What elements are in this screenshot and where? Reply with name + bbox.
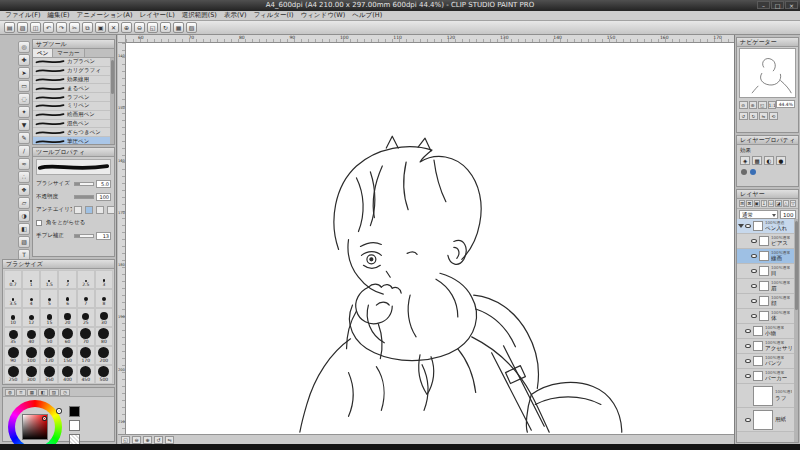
reset-view-icon[interactable]: ⟲ [769,112,778,120]
brush-size-preset[interactable]: 0.7 [4,270,22,289]
subtool-scrollbar[interactable] [110,58,114,144]
color-wheel[interactable] [8,400,62,450]
folder-arrow-icon[interactable] [738,224,744,228]
layer-row[interactable]: 100%通常 目 [737,264,794,279]
tool-pen[interactable]: ✎ [18,132,30,144]
zoom-in-icon[interactable]: ⊕ [121,22,132,33]
scrollbar-thumb[interactable] [111,60,114,94]
new-raster-layer-icon[interactable]: ⊞ [739,200,745,207]
visibility-eye-icon[interactable] [745,224,751,228]
folder-arrow-icon[interactable] [745,238,749,244]
opacity-slider[interactable] [74,195,94,199]
folder-arrow-icon[interactable] [739,343,743,349]
brush-size-preset[interactable]: 10 [4,308,22,327]
visibility-eye-icon[interactable] [745,344,751,348]
new-folder-icon[interactable]: ▣ [754,200,760,207]
sv-marker[interactable] [43,417,46,420]
visibility-eye-icon[interactable] [751,239,757,243]
close-button[interactable]: × [785,1,798,9]
tool-fill[interactable]: ◧ [18,223,30,235]
folder-arrow-icon[interactable] [745,253,749,259]
brush-size-preset[interactable]: 80 [95,327,113,346]
visibility-eye-icon[interactable] [751,254,757,258]
tool-gradient[interactable]: ▨ [18,236,30,248]
layer-row[interactable]: 100%通常 眉 [737,279,794,294]
antialias-none-button[interactable] [74,206,82,214]
save-icon[interactable]: ◫ [30,22,41,33]
tool-airbrush[interactable]: ∴ [18,171,30,183]
new-file-icon[interactable]: ▤ [4,22,15,33]
zoom-in-icon[interactable]: ⊕ [749,101,758,109]
delete-layer-icon[interactable]: ▽ [790,200,796,207]
menu-item[interactable]: 表示(V) [224,11,247,20]
brush-size-preset[interactable]: 2 [58,270,76,289]
paste-icon[interactable]: ▣ [95,22,106,33]
folder-arrow-icon[interactable] [745,283,749,289]
fit-screen-icon[interactable]: ◱ [121,436,130,444]
visibility-eye-icon[interactable] [745,374,751,378]
layer-row[interactable]: 100%通常 小物 [737,324,794,339]
layer-row[interactable]: 用紙 [737,408,794,432]
brush-size-preset[interactable]: 4 [22,289,40,308]
tone-effect-icon[interactable]: ▩ [752,156,762,165]
subtool-item[interactable]: 筆圧ペン [33,137,110,144]
subtool-tab[interactable]: ペン [33,49,53,57]
menu-item[interactable]: ファイル(F) [5,11,40,20]
transfer-layer-icon[interactable]: ↧ [761,200,767,207]
tool-move[interactable]: ✚ [18,54,30,66]
color-set-tab-icon[interactable]: ▦ [27,389,37,396]
subtool-item[interactable]: ざらつきペン [33,128,110,137]
visibility-eye-icon[interactable] [745,329,751,333]
folder-arrow-icon[interactable] [739,393,743,399]
layer-row[interactable]: 100%通常 ピアス [737,234,794,249]
rotate-left-icon[interactable]: ↺ [739,112,748,120]
fit-to-window-icon[interactable]: ◱ [758,101,767,109]
color-slider-tab-icon[interactable]: ≡ [16,389,26,396]
tool-eyedropper[interactable]: ▼ [18,119,30,131]
menu-item[interactable]: 選択範囲(S) [182,11,217,20]
visibility-eye-icon[interactable] [751,314,757,318]
folder-arrow-icon[interactable] [745,313,749,319]
folder-arrow-icon[interactable] [739,358,743,364]
border-effect-icon[interactable]: ◈ [740,156,750,165]
maximize-button[interactable]: □ [771,1,784,9]
folder-arrow-icon[interactable] [739,328,743,334]
brush-size-preset[interactable]: 3 [95,270,113,289]
expression-color-gray[interactable] [741,169,747,175]
antialias-weak-button[interactable] [85,206,93,214]
minimize-button[interactable]: – [757,1,770,9]
sharp-corner-checkbox[interactable] [36,220,42,226]
visibility-eye-icon[interactable] [751,269,757,273]
menu-item[interactable]: フィルター(I) [253,11,293,20]
intermediate-color-tab-icon[interactable]: ◧ [38,389,48,396]
brush-size-preset[interactable]: 90 [4,346,22,365]
open-file-icon[interactable]: ▨ [17,22,28,33]
brush-size-preset[interactable]: 12 [22,308,40,327]
zoom-out-icon[interactable]: ⊖ [134,22,145,33]
folder-arrow-icon[interactable] [739,417,743,423]
layers-scrollbar[interactable] [794,219,798,442]
tool-pencil[interactable]: ∕ [18,145,30,157]
antialias-medium-button[interactable] [96,206,104,214]
brush-size-preset[interactable]: 500 [95,365,113,384]
undo-icon[interactable]: ↶ [43,22,54,33]
layer-opacity-value[interactable]: 100 [780,210,796,219]
flip-view-icon[interactable]: ⇋ [165,436,174,444]
redo-icon[interactable]: ↷ [56,22,67,33]
color-wheel-tab-icon[interactable]: ◍ [5,389,15,396]
canvas[interactable] [126,43,734,434]
visibility-eye-icon[interactable] [745,418,751,422]
layer-row[interactable]: 100%通常 体 [737,309,794,324]
hue-marker[interactable] [57,409,61,413]
color-history-tab-icon[interactable]: ◷ [60,389,70,396]
combine-layer-icon[interactable]: ⊔ [768,200,774,207]
brush-size-preset[interactable]: 6 [58,289,76,308]
brush-size-preset[interactable]: 50 [40,327,58,346]
stabilization-slider[interactable] [74,234,94,238]
brush-size-preset[interactable]: 1.5 [40,270,58,289]
brush-size-preset[interactable]: 15 [40,308,58,327]
brush-size-preset[interactable]: 20 [58,308,76,327]
brush-size-preset[interactable]: 100 [22,346,40,365]
brush-size-preset[interactable]: 7 [77,289,95,308]
layer-row[interactable]: 100%通常 アクセサリー [737,339,794,354]
